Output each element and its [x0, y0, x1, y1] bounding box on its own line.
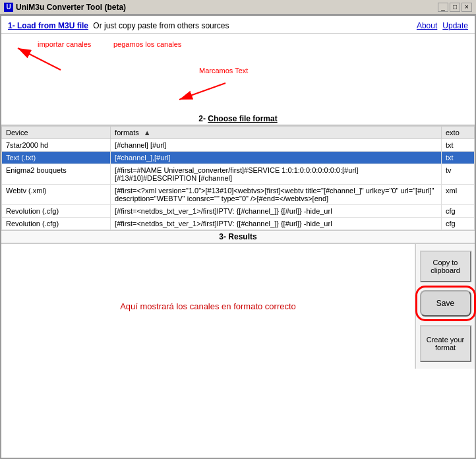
- cell-device: 7star2000 hd: [2, 139, 111, 152]
- svg-line-3: [179, 83, 225, 100]
- create-format-button[interactable]: Create your format: [420, 325, 471, 362]
- cell-exto: tv: [442, 164, 475, 185]
- cell-exto: cfg: [442, 218, 475, 230]
- update-link[interactable]: Update: [442, 21, 468, 30]
- app-icon: U: [4, 3, 13, 12]
- cell-format: [#first=<netdbs_txt_ver_1>/first]IPTV: {…: [111, 218, 442, 230]
- section2-label: 2- Choose file format: [198, 114, 277, 123]
- format-table: Device formats ▲ exto 7star2000 hd[#chan…: [1, 126, 475, 230]
- cell-device: Text (.txt): [2, 152, 111, 164]
- cell-device: Revolution (.cfg): [2, 218, 111, 230]
- annotation-paste: pegamos los canales: [113, 40, 181, 48]
- annotation-import: importar canales: [38, 40, 91, 48]
- action-buttons: Copy to clipboard Save Create your forma…: [415, 244, 475, 369]
- window-controls[interactable]: _ □ ×: [438, 3, 472, 12]
- format-table-scroll[interactable]: Device formats ▲ exto 7star2000 hd[#chan…: [1, 126, 475, 230]
- cell-device: Revolution (.cfg): [2, 205, 111, 218]
- annotation-area: importar canales pegamos los canales Mar…: [1, 34, 475, 113]
- close-button[interactable]: ×: [461, 3, 472, 12]
- cell-exto: txt: [442, 152, 475, 164]
- cell-exto: xml: [442, 185, 475, 205]
- cell-format: [#channel] [#url]: [111, 139, 442, 152]
- cell-format: [#first=#NAME Universal_converter/first]…: [111, 164, 442, 185]
- load-m3u-link[interactable]: 1- Load from M3U file: [8, 21, 88, 30]
- col-formats[interactable]: formats ▲: [111, 127, 442, 139]
- results-section: Aquí mostrará los canales en formato cor…: [1, 243, 475, 369]
- paste-instruction: Or just copy paste from others sources: [93, 21, 229, 30]
- cell-format: [#channel_],[#url]: [111, 152, 442, 164]
- section2-header: 2- Choose file format: [1, 113, 475, 125]
- cell-exto: txt: [442, 139, 475, 152]
- cell-format: [#first=<?xml version="1.0">[#13#10]<web…: [111, 185, 442, 205]
- results-placeholder: Aquí mostrará los canales en formato cor…: [120, 301, 296, 311]
- window-title: UniM3u Converter Tool (beta): [16, 3, 126, 12]
- cell-format: [#first=<netdbs_txt_ver_1>/first]IPTV: {…: [111, 205, 442, 218]
- table-row[interactable]: Text (.txt)[#channel_],[#url]txt: [2, 152, 475, 164]
- svg-line-2: [18, 48, 61, 70]
- about-link[interactable]: About: [417, 21, 437, 30]
- cell-device: Enigma2 bouquets: [2, 164, 111, 185]
- annotation-mark: Marcamos Text: [199, 67, 248, 75]
- minimize-button[interactable]: _: [438, 3, 448, 12]
- table-row[interactable]: Revolution (.cfg)[#first=<netdbs_txt_ver…: [2, 205, 475, 218]
- sort-arrow-icon: ▲: [144, 129, 151, 137]
- table-row[interactable]: 7star2000 hd[#channel] [#url]txt: [2, 139, 475, 152]
- copy-clipboard-button[interactable]: Copy to clipboard: [420, 251, 471, 282]
- save-button[interactable]: Save: [420, 290, 471, 317]
- table-row[interactable]: Webtv (.xml)[#first=<?xml version="1.0">…: [2, 185, 475, 205]
- load-section: 1- Load from M3U file Or just copy paste…: [8, 21, 229, 30]
- main-window: 1- Load from M3U file Or just copy paste…: [0, 15, 476, 459]
- maximize-button[interactable]: □: [450, 3, 460, 12]
- format-table-wrapper: Device formats ▲ exto 7star2000 hd[#chan…: [1, 125, 475, 230]
- col-device[interactable]: Device: [2, 127, 111, 139]
- section3-header: 3- Results: [1, 230, 475, 243]
- nav-links: About Update: [417, 21, 468, 30]
- results-output: Aquí mostrará los canales en formato cor…: [1, 244, 415, 369]
- top-bar: 1- Load from M3U file Or just copy paste…: [1, 16, 475, 34]
- col-exto[interactable]: exto: [442, 127, 475, 139]
- section3-label: 3- Results: [219, 232, 256, 241]
- cell-device: Webtv (.xml): [2, 185, 111, 205]
- cell-exto: cfg: [442, 205, 475, 218]
- table-row[interactable]: Revolution (.cfg)[#first=<netdbs_txt_ver…: [2, 218, 475, 230]
- table-row[interactable]: Enigma2 bouquets[#first=#NAME Universal_…: [2, 164, 475, 185]
- title-bar: U UniM3u Converter Tool (beta) _ □ ×: [0, 0, 476, 15]
